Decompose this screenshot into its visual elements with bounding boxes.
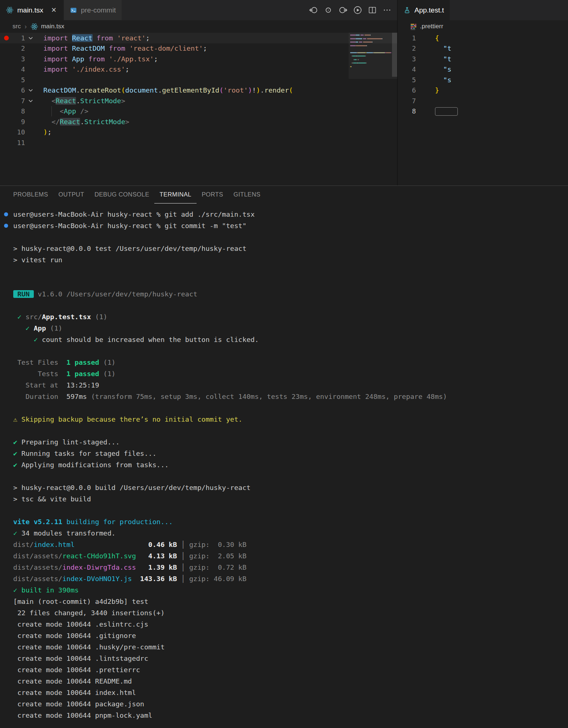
panel-tab-output[interactable]: OUTPUT [53, 186, 89, 203]
code-line: 3 "t [398, 54, 568, 64]
code-text: } [427, 86, 439, 94]
code-text: import React from 'react'; [36, 34, 150, 42]
minimap-line [350, 48, 391, 50]
chevron-down-icon[interactable] [25, 98, 36, 104]
terminal-line: Start at 13:25:19 [13, 379, 568, 391]
code-text: ReactDOM.createRoot(document.getElementB… [36, 86, 293, 94]
code-text: { [427, 34, 439, 42]
terminal-line [13, 505, 568, 516]
line-number: 8 [402, 107, 416, 115]
gutter: 3 [398, 54, 427, 64]
panel-tab-problems[interactable]: PROBLEMS [8, 186, 53, 203]
code-text: "s [427, 65, 452, 73]
panel-tab-gitlens[interactable]: GITLENS [228, 186, 265, 203]
code-text: import ReactDOM from 'react-dom/client'; [36, 44, 207, 52]
terminal-line: RUN v1.6.0 /Users/user/dev/temp/husky-re… [13, 288, 568, 300]
terminal-line: dist/assets/react-CHdo91hT.svg 4.13 kB │… [13, 550, 568, 562]
terminal-line [13, 425, 568, 436]
breadcrumb-file-right[interactable]: .prettierr [410, 23, 443, 30]
code-line: 10); [0, 127, 397, 138]
code-text: import App from './App.tsx'; [36, 55, 158, 63]
command-decoration-dot[interactable] [4, 212, 8, 216]
terminal-line [13, 231, 568, 243]
gutter: 8 [0, 106, 36, 117]
prettier-icon [410, 23, 417, 30]
gutter: 7 [398, 95, 427, 106]
split-editor-icon[interactable] [366, 4, 378, 16]
panel-tab-terminal[interactable]: TERMINAL [154, 186, 197, 203]
close-icon[interactable]: × [50, 6, 58, 14]
chevron-down-icon[interactable] [25, 87, 36, 93]
code-line: 8 [398, 106, 568, 117]
gutter: 5 [0, 75, 36, 85]
code-lines: 1import React from 'react';2import React… [0, 33, 397, 148]
code-text: "s [427, 76, 452, 84]
terminal-line: ✓ count should be increased when the but… [13, 334, 568, 345]
editor-scrollbar[interactable] [392, 33, 397, 185]
code-line: 4 "s [398, 64, 568, 75]
line-number: 2 [12, 44, 25, 52]
gutter: 4 [398, 64, 427, 75]
scrollbar-thumb[interactable] [392, 33, 397, 77]
minimap-line [350, 66, 391, 67]
line-number: 4 [12, 65, 25, 73]
terminal-line: ⚠ Skipping backup because there’s no ini… [13, 414, 568, 425]
terminal-line: create mode 100644 .prettierrc [13, 664, 568, 675]
tab-pre-commit[interactable]: pre-commit [64, 0, 122, 20]
panel-tab-ports[interactable]: PORTS [197, 186, 229, 203]
tab-label: main.tsx [17, 6, 43, 14]
breadcrumb-folder[interactable]: src [12, 23, 21, 30]
editor-area: main.tsx×pre-commit src › main.tsx 1impo… [0, 0, 568, 185]
code-line: 11 [0, 137, 397, 148]
minimap-line [350, 59, 391, 60]
chevron-down-icon[interactable] [25, 35, 36, 41]
terminal-output[interactable]: user@users-MacBook-Air husky-react % git… [0, 203, 568, 728]
breakpoint[interactable] [0, 36, 12, 40]
minimap[interactable] [350, 35, 391, 73]
panel-tab-debug-console[interactable]: DEBUG CONSOLE [89, 186, 154, 203]
more-actions-icon[interactable] [381, 4, 393, 16]
breadcrumb-file[interactable]: main.tsx [30, 23, 64, 30]
terminal-line: Test Files 1 passed (1) [13, 357, 568, 368]
editor-group-right: App.test.t .prettierr 1{2 "t3 "t4 "s5 "s… [398, 0, 568, 185]
terminal-line [13, 277, 568, 288]
indent-guide [51, 106, 52, 117]
terminal-line [13, 471, 568, 482]
terminal-line: create mode 100644 README.md [13, 675, 568, 687]
code-line: 8 <App /> [0, 106, 397, 117]
terminal-line: [main (root-commit) a4d2b9b] test [13, 596, 568, 607]
gutter: 7 [0, 95, 36, 106]
record-icon[interactable] [322, 4, 334, 16]
line-number: 3 [12, 55, 25, 63]
terminal-line: ✓ App (1) [13, 322, 568, 334]
beaker-icon [403, 7, 411, 14]
code-text: "t [427, 44, 452, 52]
tab-main-tsx[interactable]: main.tsx× [0, 0, 64, 20]
cursor-box [435, 107, 458, 116]
command-decoration-dot[interactable] [4, 224, 8, 228]
tab-label: pre-commit [81, 6, 116, 14]
minimap-line [350, 62, 391, 64]
gutter: 6 [398, 85, 427, 96]
editor-group-left: main.tsx×pre-commit src › main.tsx 1impo… [0, 0, 398, 185]
line-number: 1 [402, 34, 416, 42]
editor-actions [308, 0, 397, 20]
terminal-line: ✓ 34 modules transformed. [13, 527, 568, 539]
code-editor[interactable]: 1import React from 'react';2import React… [0, 33, 397, 185]
tab-app-test-t[interactable]: App.test.t [398, 0, 450, 20]
terminal-line [13, 300, 568, 311]
line-number: 2 [402, 44, 416, 52]
gutter: 9 [0, 116, 36, 127]
navigate-forward-icon[interactable] [337, 4, 349, 16]
terminal-line: create mode 100644 .gitignore [13, 630, 568, 641]
navigate-back-icon[interactable] [308, 4, 319, 16]
gutter: 6 [0, 85, 36, 96]
gutter: 2 [398, 43, 427, 54]
terminal-line: ✔ Preparing lint-staged... [13, 436, 568, 448]
breadcrumb: src › main.tsx [0, 20, 397, 33]
vscode-window: main.tsx×pre-commit src › main.tsx 1impo… [0, 0, 568, 728]
terminal-line: create mode 100644 index.html [13, 687, 568, 698]
run-icon[interactable] [352, 4, 363, 16]
code-editor-right[interactable]: 1{2 "t3 "t4 "s5 "s6}78 [398, 33, 568, 185]
line-number: 7 [12, 97, 25, 105]
